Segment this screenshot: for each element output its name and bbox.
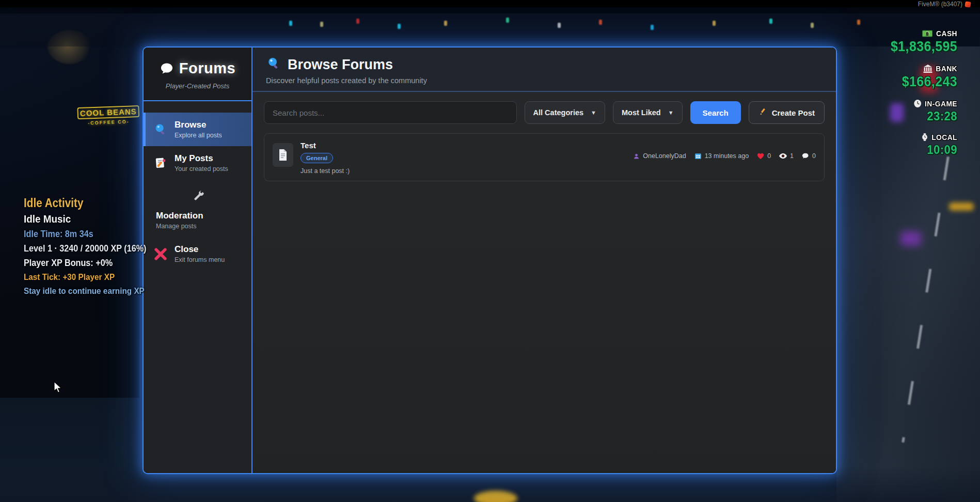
post-views-count: 1 (790, 152, 794, 160)
browse-forums-icon (266, 56, 281, 73)
ingame-value: 23:28 (867, 109, 957, 123)
wrench-icon (192, 189, 206, 202)
fivem-logo-icon (965, 1, 971, 7)
idle-hud-level: Level 1 · 3240 / 20000 XP (16%) (24, 244, 146, 253)
post-views: 1 (779, 152, 794, 160)
category-dropdown[interactable]: All Categories ▼ (525, 101, 605, 124)
create-post-button[interactable]: Create Post (749, 101, 825, 124)
magnifier-icon (153, 122, 168, 137)
chevron-down-icon: ▼ (668, 109, 674, 116)
close-x-icon (153, 246, 168, 262)
local-label: LOCAL (931, 133, 957, 142)
post-body: Test General Just a test post :) (301, 140, 626, 175)
idle-hud-stay: Stay idle to continue earning XP (24, 287, 146, 295)
bank-icon (923, 65, 932, 73)
sidebar-item-sublabel: Your created posts (175, 165, 228, 172)
bank-value: $166,243 (867, 74, 957, 90)
sidebar-title: Forums (179, 60, 235, 77)
eye-icon (779, 153, 787, 159)
search-input[interactable] (264, 101, 517, 124)
sidebar-item-browse[interactable]: Browse Explore all posts (144, 113, 251, 146)
speech-bubble-icon (160, 61, 174, 76)
sidebar-item-label: Moderation (156, 211, 244, 221)
idle-hud-music: Idle Music (24, 213, 146, 224)
sidebar-item-label: Browse (175, 120, 222, 130)
idle-hud-last-tick: Last Tick: +30 Player XP (24, 273, 146, 281)
search-button[interactable]: Search (690, 101, 741, 124)
background-neon-yellow (949, 202, 974, 211)
writing-hand-icon (758, 107, 767, 118)
sort-dropdown-value: Most Liked (622, 108, 661, 117)
sidebar-item-sublabel: Exit forums menu (175, 256, 225, 263)
ingame-time-row: IN-GAME 23:28 (867, 99, 957, 123)
create-post-label: Create Post (772, 108, 815, 117)
sidebar-item-moderation[interactable]: Moderation Manage posts (144, 180, 251, 237)
fivem-watermark: FiveM® (b3407) (918, 1, 971, 8)
heart-icon (757, 153, 764, 160)
main-header: Browse Forums Discover helpful posts cre… (252, 48, 836, 92)
post-category-badge: General (301, 153, 333, 163)
cash-icon: $ (922, 30, 932, 37)
post-author: OneLonelyDad (633, 152, 686, 160)
sidebar-subtitle: Player-Created Posts (151, 82, 244, 90)
cash-value: $1,836,595 (867, 39, 957, 55)
sidebar-item-sublabel: Explore all posts (175, 132, 222, 139)
money-hud: $ CASH $1,836,595 BANK $166,243 (867, 29, 957, 166)
watch-icon (921, 133, 928, 141)
post-title: Test (301, 141, 626, 150)
idle-hud-time: Idle Time: 8m 34s (24, 229, 146, 239)
sidebar-item-my-posts[interactable]: My Posts Your created posts (144, 146, 251, 180)
bank-label: BANK (936, 64, 957, 73)
background-neon-purple-2 (900, 231, 921, 246)
comment-icon (802, 153, 809, 160)
top-black-bar (0, 0, 980, 7)
page-title: Browse Forums (288, 57, 393, 73)
idle-hud-title: Idle Activity (24, 197, 146, 209)
page-subtitle: Discover helpful posts created by the co… (266, 76, 823, 85)
post-excerpt: Just a test post :) (301, 167, 626, 175)
sidebar-nav: Browse Explore all posts My Posts (144, 101, 251, 271)
sidebar-item-label: Close (175, 244, 225, 255)
local-time-row: LOCAL 10:09 (867, 133, 957, 157)
cash-label: CASH (936, 29, 957, 38)
forums-main: Browse Forums Discover helpful posts cre… (252, 48, 836, 473)
chevron-down-icon: ▼ (591, 109, 596, 116)
post-document-icon (273, 143, 293, 167)
sidebar-item-sublabel: Manage posts (156, 223, 244, 230)
bank-row: BANK $166,243 (867, 64, 957, 90)
forums-panel: Forums Player-Created Posts Browse Explo… (143, 46, 837, 474)
toolbar: All Categories ▼ Most Liked ▼ Search Cre… (252, 92, 836, 131)
post-author-name: OneLonelyDad (643, 152, 686, 160)
post-list: Test General Just a test post :) OneLone… (252, 131, 836, 183)
category-dropdown-value: All Categories (533, 108, 584, 117)
ingame-label: IN-GAME (925, 99, 957, 108)
calendar-icon (694, 152, 702, 160)
note-edit-icon (153, 155, 168, 171)
post-likes: 0 (757, 152, 771, 160)
post-time-text: 13 minutes ago (705, 152, 749, 160)
idle-hud-bonus: Player XP Bonus: +0% (24, 258, 146, 268)
sort-dropdown[interactable]: Most Liked ▼ (613, 101, 683, 124)
clock-icon (913, 99, 922, 108)
post-time: 13 minutes ago (694, 152, 749, 160)
post-comments: 0 (802, 152, 816, 160)
local-value: 10:09 (867, 143, 957, 157)
post-comments-count: 0 (812, 152, 816, 160)
svg-text:$: $ (926, 32, 928, 36)
fivem-watermark-text: FiveM® (b3407) (918, 1, 962, 8)
post-row[interactable]: Test General Just a test post :) OneLone… (264, 133, 825, 181)
cash-row: $ CASH $1,836,595 (867, 29, 957, 55)
idle-activity-hud: Idle Activity Idle Music Idle Time: 8m 3… (24, 197, 146, 295)
person-icon (633, 153, 640, 160)
post-meta: OneLonelyDad 13 minutes ago (633, 140, 816, 160)
sidebar-header: Forums Player-Created Posts (144, 48, 251, 101)
sidebar-item-close[interactable]: Close Exit forums menu (144, 237, 251, 271)
forums-sidebar: Forums Player-Created Posts Browse Explo… (144, 48, 252, 473)
post-likes-count: 0 (767, 152, 771, 160)
sidebar-item-label: My Posts (175, 153, 228, 164)
